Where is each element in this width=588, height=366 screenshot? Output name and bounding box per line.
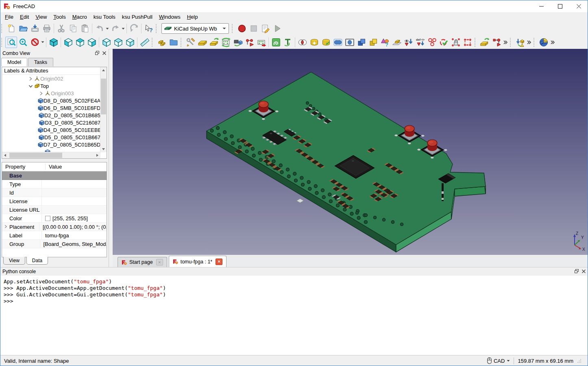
measure-button[interactable]: [139, 37, 150, 48]
toolbar-overflow-button[interactable]: [502, 40, 509, 45]
view-zoom-button[interactable]: [17, 37, 29, 48]
part-common-button[interactable]: [344, 37, 355, 48]
view-bottom-button[interactable]: [112, 37, 124, 48]
new-file-button[interactable]: [5, 23, 17, 34]
float-panel-icon[interactable]: [95, 50, 99, 56]
scroll-down-icon[interactable]: [100, 146, 107, 152]
view-front-button[interactable]: [62, 37, 74, 48]
toolbar-overflow-button[interactable]: [549, 40, 556, 45]
toolbar-handle[interactable]: [534, 38, 536, 47]
tab-view[interactable]: View: [3, 257, 25, 265]
view-rear-button[interactable]: [100, 37, 112, 48]
tree-item-d5-d-0805-5c01b667[interactable]: D5_D_0805_5C01B667: [2, 134, 100, 141]
save-button[interactable]: [29, 23, 41, 34]
menu-macro[interactable]: Macro: [69, 13, 90, 21]
whatsthis-button[interactable]: ?: [143, 23, 155, 34]
toolbar-handle[interactable]: [510, 38, 512, 47]
dropdown-caret[interactable]: [121, 28, 125, 30]
print-button[interactable]: [41, 23, 52, 34]
dropdown-caret[interactable]: [41, 41, 45, 43]
redo-button[interactable]: [109, 23, 121, 34]
ingot-export2-button[interactable]: [479, 37, 490, 48]
view-right-button[interactable]: [86, 37, 98, 48]
doc-tab-start-page[interactable]: Start page×: [118, 257, 167, 267]
close-tab-icon[interactable]: ×: [156, 259, 163, 265]
menu-windows[interactable]: Windows: [156, 13, 184, 21]
tree-item-origin002[interactable]: Origin002: [2, 75, 100, 82]
ksu-part-button[interactable]: [156, 37, 168, 48]
dropdown-caret[interactable]: [105, 28, 109, 30]
dxf-export-button[interactable]: dxf: [414, 37, 426, 48]
paste-button[interactable]: [79, 23, 91, 34]
tree-vertical-scrollbar[interactable]: [100, 67, 107, 152]
minimize-button[interactable]: [532, 0, 551, 12]
menu-edit[interactable]: Edit: [17, 13, 32, 21]
property-row-base[interactable]: Base: [2, 171, 107, 180]
ksu-text-button[interactable]: [282, 37, 294, 48]
tree-item-top[interactable]: Top: [2, 82, 100, 90]
property-value[interactable]: [Board_Geoms, Step_Mod...: [40, 241, 107, 247]
ksu-folder-button[interactable]: [168, 37, 179, 48]
resize-grip-icon[interactable]: [577, 359, 581, 363]
tab-tasks[interactable]: Tasks: [28, 58, 53, 66]
menu-help[interactable]: Help: [184, 13, 201, 21]
property-row-license-url[interactable]: License URL: [2, 206, 107, 214]
toolbar-handle[interactable]: [1, 38, 4, 47]
macro-edit-button[interactable]: [259, 23, 271, 34]
close-button[interactable]: [569, 0, 588, 12]
scroll-left-icon[interactable]: [2, 152, 8, 158]
red-group-button[interactable]: [426, 37, 438, 48]
ksu-ingot-button[interactable]: [196, 37, 208, 48]
macro-play-button[interactable]: [271, 23, 283, 34]
doc-tab-tomu-fpga-1[interactable]: tomu-fpga : 1*×: [169, 256, 227, 267]
workbench-selector[interactable]: KiCad StepUp Wb: [161, 23, 229, 34]
toolbar-handle[interactable]: [475, 38, 477, 47]
macro-record-button[interactable]: [236, 23, 248, 34]
menu-tools[interactable]: Tools: [50, 13, 69, 21]
maximize-button[interactable]: [551, 0, 569, 12]
ksu-pcbnew-button[interactable]: [270, 37, 282, 48]
scroll-up-icon[interactable]: [100, 67, 107, 73]
property-value[interactable]: [(0.00 0.00 1.00); 0.00 °; (0....: [39, 224, 107, 230]
red-select-button[interactable]: [462, 37, 473, 48]
toolbar-handle[interactable]: [152, 38, 154, 47]
part-fuse-button[interactable]: [332, 37, 344, 48]
navigation-style-selector[interactable]: CAD: [487, 357, 510, 364]
property-row-id[interactable]: Id: [2, 188, 107, 197]
bool-cut-button[interactable]: [320, 37, 332, 48]
python-console-input[interactable]: App.setActiveDocument("tomu_fpga")>>> Ap…: [0, 276, 588, 355]
copy-button[interactable]: [67, 23, 79, 34]
menu-view[interactable]: View: [32, 13, 50, 21]
cut-button[interactable]: [55, 23, 67, 34]
tree-item-d2-d-0805-5c01b685[interactable]: D2_D_0805_5C01B685: [2, 112, 100, 119]
tab-model[interactable]: Model: [1, 58, 27, 66]
transform-tool-button[interactable]: [514, 37, 526, 48]
property-row-placement[interactable]: Placement[(0.00 0.00 1.00); 0.00 °; (0..…: [2, 223, 107, 231]
shape-check-button[interactable]: ?: [379, 37, 391, 48]
scroll-thumb[interactable]: [101, 79, 106, 114]
menu-ksu-pushpull[interactable]: ksu PushPull: [119, 13, 156, 21]
property-value[interactable]: [255, 255, 255]: [42, 215, 88, 221]
export-eye-button[interactable]: [403, 37, 414, 48]
tree-item-d4-d-0805-5c01eebe[interactable]: D4_D_0805_5C01EEBE: [2, 126, 100, 134]
ksu-tools-button[interactable]: [185, 37, 196, 48]
tree-item-origin003[interactable]: Origin003: [2, 90, 100, 97]
refresh-button[interactable]: [128, 23, 140, 34]
view-top-button[interactable]: [74, 37, 86, 48]
property-row-label[interactable]: Labeltomu-fpga: [2, 231, 107, 240]
draw-style-button[interactable]: [29, 37, 41, 48]
path-red-button[interactable]: [490, 37, 502, 48]
close-panel-icon[interactable]: [102, 50, 106, 56]
view-fit-button[interactable]: [5, 37, 17, 48]
ksu-module-button[interactable]: [232, 37, 244, 48]
open-folder-button[interactable]: [17, 23, 29, 34]
tree-item-d7-d-0805-5c01b65d[interactable]: D7_D_0805_5C01B65D: [2, 141, 100, 148]
3d-viewport[interactable]: Z Y X: [113, 49, 588, 255]
view-left-button[interactable]: [124, 37, 136, 48]
ksu-sketch-path-button[interactable]: [244, 37, 255, 48]
nav-style-button[interactable]: [538, 37, 549, 48]
scroll-thumb[interactable]: [9, 153, 62, 158]
toolbar-handle[interactable]: [181, 38, 183, 47]
bool-common-button[interactable]: [296, 37, 308, 48]
compound-blue-button[interactable]: [355, 37, 367, 48]
